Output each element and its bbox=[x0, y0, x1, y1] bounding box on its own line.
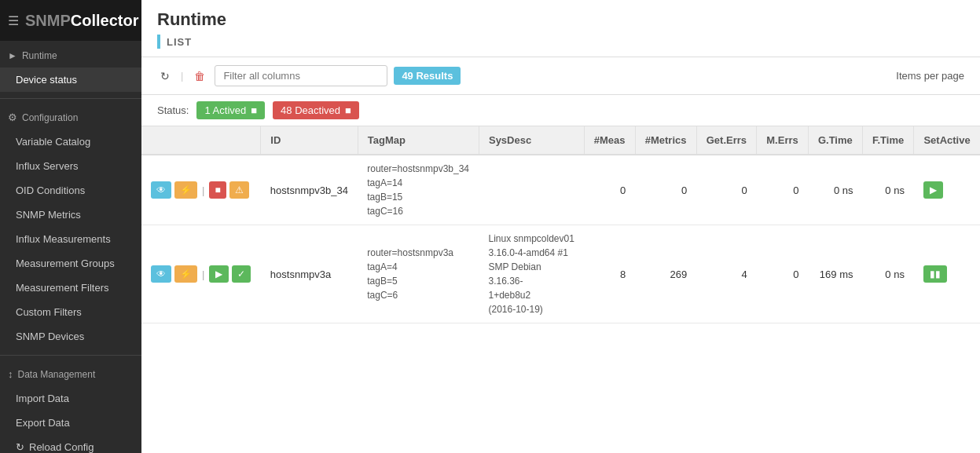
page-subtitle-text: LIST bbox=[167, 36, 192, 48]
brand-snmp: SNMP bbox=[25, 12, 71, 29]
play2-button-row2[interactable]: ▶ bbox=[209, 265, 229, 283]
action-btns-row2: 👁 ⚡ | ▶ ✓ bbox=[151, 265, 251, 283]
reload-icon: ↻ bbox=[16, 441, 24, 453]
sidebar-item-reload-config[interactable]: ↻ Reload Config bbox=[0, 435, 141, 453]
status-label: Status: bbox=[157, 104, 189, 116]
row2-actions: 👁 ⚡ | ▶ ✓ bbox=[141, 225, 261, 323]
toolbar-sep-1: | bbox=[181, 70, 183, 82]
green-button-row2[interactable]: ✓ bbox=[232, 265, 251, 283]
subtitle-bar bbox=[157, 35, 160, 49]
col-f-time: F.Time bbox=[862, 126, 913, 155]
stop-button-row1[interactable]: ■ bbox=[209, 181, 226, 199]
refresh-button[interactable]: ↻ bbox=[157, 68, 173, 84]
runtime-label: Runtime bbox=[22, 50, 57, 61]
brand-collector: Collector bbox=[71, 12, 139, 29]
row2-get-errs: 4 bbox=[696, 225, 757, 323]
row2-metrics: 269 bbox=[635, 225, 696, 323]
main-content: Runtime LIST ↻ | 🗑 49 Results Items per … bbox=[141, 0, 980, 453]
row1-actions: 👁 ⚡ | ■ ⚠ bbox=[141, 155, 261, 225]
active-badge-icon: ■ bbox=[251, 104, 257, 116]
sidebar-item-custom-filters[interactable]: Custom Filters bbox=[0, 300, 141, 324]
row1-m-errs: 0 bbox=[757, 155, 809, 225]
runtime-table: ID TagMap SysDesc #Meas #Metrics Get.Err… bbox=[141, 126, 980, 323]
sidebar-item-oid-conditions[interactable]: OID Conditions bbox=[0, 178, 141, 203]
db-icon: ↕ bbox=[8, 368, 13, 380]
divider-1 bbox=[0, 98, 141, 99]
col-get-errs: Get.Errs bbox=[696, 126, 757, 155]
view-button-row2[interactable]: 👁 bbox=[151, 265, 171, 283]
hamburger-icon[interactable]: ☰ bbox=[8, 13, 19, 28]
data-management-label: ↕ Data Management bbox=[0, 362, 141, 386]
table-container: ID TagMap SysDesc #Meas #Metrics Get.Err… bbox=[141, 126, 980, 453]
row1-id: hostsnmpv3b_34 bbox=[261, 155, 358, 225]
row2-tagmap: router=hostsnmpv3atagA=4tagB=5tagC=6 bbox=[358, 225, 479, 323]
col-actions bbox=[141, 126, 261, 155]
row2-setactive: ▮▮ bbox=[914, 225, 980, 323]
status-bar: Status: 1 Actived ■ 48 Deactived ■ bbox=[141, 95, 980, 126]
table-row: 👁 ⚡ | ■ ⚠ hostsnmpv3b_34 router=hostsnmp… bbox=[141, 155, 980, 225]
col-meas: #Meas bbox=[584, 126, 635, 155]
data-management-section: ↕ Data Management Import Data Export Dat… bbox=[0, 359, 141, 453]
row2-g-time: 169 ms bbox=[808, 225, 862, 323]
row1-get-errs: 0 bbox=[696, 155, 757, 225]
play-button-row1[interactable]: ▶ bbox=[923, 181, 943, 199]
row1-f-time: 0 ns bbox=[862, 155, 913, 225]
col-id: ID bbox=[261, 126, 358, 155]
page-title: Runtime bbox=[157, 9, 964, 30]
delete-button[interactable]: 🗑 bbox=[191, 68, 208, 84]
row2-sysdesc: Linux snmpcoldev013.16.0-4-amd64 #1SMP D… bbox=[479, 225, 584, 323]
table-header-row: ID TagMap SysDesc #Meas #Metrics Get.Err… bbox=[141, 126, 980, 155]
sidebar-header: ☰ SNMPCollector - EXAMPLE INSTANCE bbox=[0, 0, 141, 41]
row1-tagmap: router=hostsnmpv3b_34tagA=14tagB=15tagC=… bbox=[358, 155, 479, 225]
row1-g-time: 0 ns bbox=[808, 155, 862, 225]
row1-metrics: 0 bbox=[635, 155, 696, 225]
sidebar-item-influx-servers[interactable]: Influx Servers bbox=[0, 154, 141, 178]
pause-button-row2[interactable]: ▮▮ bbox=[923, 265, 947, 283]
view-button-row1[interactable]: 👁 bbox=[151, 181, 171, 199]
col-tagmap: TagMap bbox=[358, 126, 479, 155]
sep-row2: | bbox=[202, 269, 204, 280]
row1-meas: 0 bbox=[584, 155, 635, 225]
page-header: Runtime LIST bbox=[141, 0, 980, 57]
inactive-badge-icon: ■ bbox=[345, 104, 351, 116]
sidebar-item-device-status[interactable]: Device status bbox=[0, 68, 141, 92]
runtime-section-header[interactable]: ► Runtime bbox=[0, 44, 141, 68]
edit-button-row2[interactable]: ⚡ bbox=[174, 265, 197, 283]
row2-meas: 8 bbox=[584, 225, 635, 323]
row2-m-errs: 0 bbox=[757, 225, 809, 323]
sidebar-item-variable-catalog[interactable]: Variable Catalog bbox=[0, 130, 141, 154]
row2-f-time: 0 ns bbox=[862, 225, 913, 323]
sidebar-item-measurement-filters[interactable]: Measurement Filters bbox=[0, 276, 141, 300]
row2-id: hostsnmpv3a bbox=[261, 225, 358, 323]
col-setactive: SetActive bbox=[914, 126, 980, 155]
gear-icon: ⚙ bbox=[8, 111, 17, 123]
brand-logo: SNMPCollector bbox=[25, 12, 138, 30]
toolbar: ↻ | 🗑 49 Results Items per page bbox=[141, 57, 980, 95]
col-m-errs: M.Errs bbox=[757, 126, 809, 155]
inactive-badge-text: 48 Deactived bbox=[281, 104, 340, 116]
sidebar-item-influx-measurements[interactable]: Influx Measurements bbox=[0, 227, 141, 251]
warn-button-row1[interactable]: ⚠ bbox=[229, 181, 249, 199]
col-metrics: #Metrics bbox=[635, 126, 696, 155]
filter-input[interactable] bbox=[215, 65, 387, 86]
results-badge: 49 Results bbox=[394, 67, 461, 85]
page-subtitle: LIST bbox=[157, 35, 964, 49]
active-badge-text: 1 Actived bbox=[204, 104, 246, 116]
row1-setactive: ▶ bbox=[914, 155, 980, 225]
sep-row1: | bbox=[202, 184, 204, 196]
sidebar-item-export-data[interactable]: Export Data bbox=[0, 411, 141, 435]
active-badge: 1 Actived ■ bbox=[196, 101, 265, 119]
col-g-time: G.Time bbox=[808, 126, 862, 155]
items-per-page-label: Items per page bbox=[896, 70, 964, 82]
divider-2 bbox=[0, 355, 141, 356]
sidebar-item-snmp-devices[interactable]: SNMP Devices bbox=[0, 324, 141, 349]
table-row: 👁 ⚡ | ▶ ✓ hostsnmpv3a router=hostsnmpv3a… bbox=[141, 225, 980, 323]
sidebar-item-import-data[interactable]: Import Data bbox=[0, 386, 141, 411]
col-sysdesc: SysDesc bbox=[479, 126, 584, 155]
configuration-group-label: ⚙ Configuration bbox=[0, 105, 141, 130]
edit-button-row1[interactable]: ⚡ bbox=[174, 181, 197, 199]
action-btns-row1: 👁 ⚡ | ■ ⚠ bbox=[151, 181, 251, 199]
sidebar-item-snmp-metrics[interactable]: SNMP Metrics bbox=[0, 203, 141, 227]
runtime-section: ► Runtime Device status bbox=[0, 41, 141, 95]
sidebar-item-measurement-groups[interactable]: Measurement Groups bbox=[0, 251, 141, 276]
